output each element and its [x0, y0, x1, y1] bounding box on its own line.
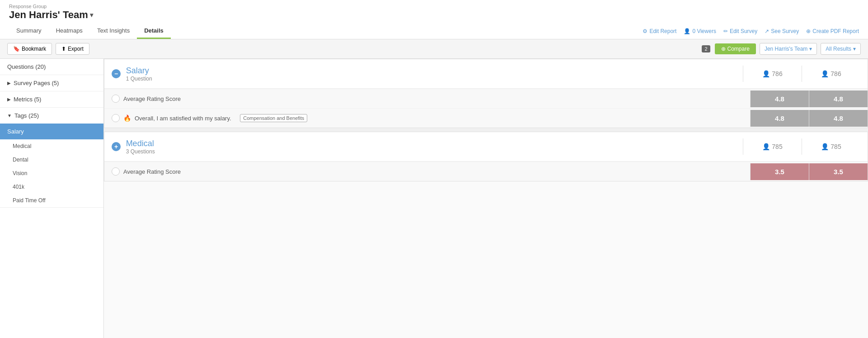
salary-question-label: Overall, I am satisfied with my salary.: [135, 115, 231, 122]
salary-title: Salary: [126, 66, 743, 76]
salary-avg-label-container: Average Rating Score: [104, 89, 750, 108]
salary-section-header: − Salary 1 Question 👤 786 👤 786: [104, 59, 868, 89]
person-icon: 👤: [684, 28, 690, 34]
main-layout: Questions (20) ▶ Survey Pages (5) ▶ Metr…: [0, 59, 868, 338]
sidebar-item-tags[interactable]: ▼ Tags (25): [0, 108, 103, 124]
toolbar: 🔖 Bookmark ⬆ Export 2 ⊕ Compare Jen Harr…: [0, 39, 868, 59]
medical-avg-label-container: Average Rating Score: [104, 162, 750, 181]
salary-question-score-2: 4.8: [809, 110, 868, 127]
medical-section: + Medical 3 Questions 👤 785 👤 785: [104, 132, 868, 181]
sidebar-item-questions[interactable]: Questions (20): [0, 59, 103, 75]
circle-empty-icon-1: [112, 95, 120, 103]
header: Response Group Jen Harris' Team ▾ Summar…: [0, 0, 868, 39]
medical-counts: 👤 785 👤 785: [743, 138, 860, 155]
export-icon: ⬆: [61, 46, 66, 52]
chevron-down-icon-2: ▾: [853, 46, 856, 52]
sidebar-item-salary[interactable]: Salary: [0, 124, 103, 139]
arrow-icon-metrics: ▶: [7, 97, 11, 102]
sidebar: Questions (20) ▶ Survey Pages (5) ▶ Metr…: [0, 59, 104, 338]
tab-text-insights[interactable]: Text Insights: [90, 24, 137, 39]
edit-icon: ✏: [723, 28, 728, 34]
fire-icon: 🔥: [123, 114, 131, 122]
sidebar-item-dental[interactable]: Dental: [0, 153, 103, 167]
section-divider: [104, 128, 868, 132]
bookmark-icon: 🔖: [13, 46, 20, 52]
sidebar-item-metrics[interactable]: ▶ Metrics (5): [0, 91, 103, 107]
bookmark-button[interactable]: 🔖 Bookmark: [7, 43, 52, 55]
medical-count-2: 👤 785: [802, 138, 860, 155]
sidebar-section-survey-pages: ▶ Survey Pages (5): [0, 75, 103, 91]
sidebar-section-metrics: ▶ Metrics (5): [0, 91, 103, 108]
sidebar-section-questions: Questions (20): [0, 59, 103, 75]
salary-count-2: 👤 786: [802, 66, 860, 82]
sidebar-section-tags: ▼ Tags (25) Salary Medical Dental Vision…: [0, 108, 103, 208]
person-icon-1: 👤: [762, 70, 770, 77]
medical-count-1: 👤 785: [743, 138, 802, 155]
viewers-link[interactable]: 👤 0 Viewers: [684, 28, 716, 34]
person-icon-3: 👤: [762, 143, 770, 150]
medical-avg-score-1: 3.5: [750, 163, 809, 180]
export-button[interactable]: ⬆ Export: [56, 43, 89, 55]
medical-section-header: + Medical 3 Questions 👤 785 👤 785: [104, 132, 868, 162]
content-area: − Salary 1 Question 👤 786 👤 786: [104, 59, 868, 338]
salary-question-row: 🔥 Overall, I am satisfied with my salary…: [104, 108, 868, 128]
team-name: Jen Harris' Team: [9, 9, 88, 21]
tabs-left: Summary Heatmaps Text Insights Details: [9, 24, 171, 39]
tab-details[interactable]: Details: [137, 24, 171, 39]
medical-avg-rating-row: Average Rating Score 3.5 3.5: [104, 162, 868, 181]
create-pdf-link[interactable]: ⊕ Create PDF Report: [806, 28, 859, 34]
tab-summary[interactable]: Summary: [9, 24, 49, 39]
results-filter-dropdown[interactable]: All Results ▾: [821, 43, 861, 55]
tab-heatmaps[interactable]: Heatmaps: [49, 24, 90, 39]
compensation-tag[interactable]: Compensation and Benefits: [240, 114, 307, 122]
survey-pages-label: Survey Pages (5): [14, 80, 59, 86]
sidebar-item-paid-time-off[interactable]: Paid Time Off: [0, 194, 103, 207]
salary-question-score-1: 4.8: [750, 110, 809, 127]
medical-expand-button[interactable]: +: [112, 142, 121, 151]
edit-survey-link[interactable]: ✏ Edit Survey: [723, 28, 757, 34]
see-survey-link[interactable]: ↗ See Survey: [765, 28, 799, 34]
salary-count-1: 👤 786: [743, 66, 802, 82]
team-dropdown-chevron[interactable]: ▾: [90, 11, 93, 19]
salary-avg-rating-row: Average Rating Score 4.8 4.8: [104, 89, 868, 108]
arrow-icon-survey-pages: ▶: [7, 81, 11, 86]
response-group-label: Response Group: [9, 4, 859, 9]
salary-counts: 👤 786 👤 786: [743, 66, 860, 82]
compare-icon: ⊕: [721, 46, 726, 52]
salary-avg-label: Average Rating Score: [123, 95, 181, 102]
sidebar-item-vision[interactable]: Vision: [0, 167, 103, 180]
circle-empty-icon-3: [112, 167, 120, 176]
team-title-container: Jen Harris' Team ▾: [9, 9, 859, 21]
nav-tabs: Summary Heatmaps Text Insights Details ⚙…: [9, 24, 859, 39]
medical-subtitle: 3 Questions: [126, 148, 743, 155]
medical-title: Medical: [126, 139, 743, 148]
salary-avg-score-1: 4.8: [750, 90, 809, 107]
compare-count-badge: 2: [702, 45, 710, 52]
edit-report-link[interactable]: ⚙ Edit Report: [643, 28, 676, 34]
tags-label: Tags (25): [14, 112, 39, 119]
tabs-right: ⚙ Edit Report 👤 0 Viewers ✏ Edit Survey …: [643, 28, 859, 34]
medical-avg-label: Average Rating Score: [123, 168, 181, 175]
circle-empty-icon-2: [112, 114, 120, 122]
arrow-icon-tags: ▼: [7, 113, 12, 118]
gear-icon: ⚙: [643, 28, 647, 34]
sidebar-item-401k[interactable]: 401k: [0, 180, 103, 194]
metrics-label: Metrics (5): [14, 96, 41, 103]
compare-button[interactable]: ⊕ Compare: [715, 43, 756, 54]
medical-avg-score-2: 3.5: [809, 163, 868, 180]
sidebar-item-medical[interactable]: Medical: [0, 139, 103, 153]
team-filter-dropdown[interactable]: Jen Harris's Team ▾: [760, 43, 817, 55]
salary-avg-score-2: 4.8: [809, 90, 868, 107]
sidebar-item-survey-pages[interactable]: ▶ Survey Pages (5): [0, 75, 103, 91]
salary-subtitle: 1 Question: [126, 76, 743, 82]
person-icon-4: 👤: [821, 143, 829, 150]
salary-question-label-container: 🔥 Overall, I am satisfied with my salary…: [104, 109, 750, 128]
chevron-down-icon: ▾: [809, 46, 812, 52]
external-link-icon: ↗: [765, 28, 769, 34]
person-icon-2: 👤: [821, 70, 829, 77]
salary-collapse-button[interactable]: −: [112, 69, 121, 78]
questions-label: Questions (20): [7, 63, 46, 70]
pdf-icon: ⊕: [806, 28, 811, 34]
salary-section: − Salary 1 Question 👤 786 👤 786: [104, 59, 868, 128]
